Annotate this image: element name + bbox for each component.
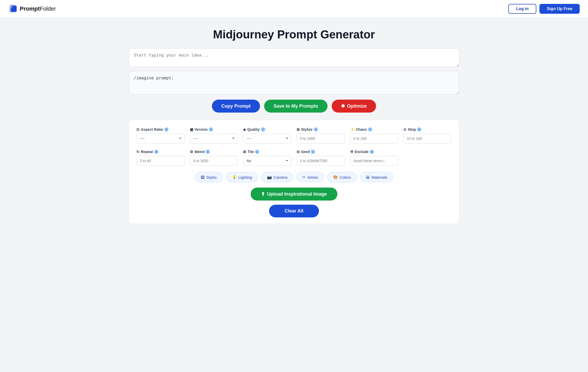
copy-prompt-button[interactable]: Copy Prompt	[212, 100, 260, 113]
styles-icon: 🖼	[201, 175, 205, 180]
version-icon: ▦	[190, 127, 193, 132]
save-prompts-button[interactable]: Save to My Prompts	[264, 100, 328, 113]
exclude-icon: ⚒	[350, 150, 353, 154]
aspect-ratio-select[interactable]: ---- 1:1 16:9 4:3 3:2 2:3 9:16	[136, 134, 185, 143]
repeat-info[interactable]: i	[154, 150, 158, 154]
artists-icon: ✂	[302, 175, 306, 180]
action-buttons: Copy Prompt Save to My Prompts ✱ Optimiz…	[129, 100, 459, 113]
optimize-label: Optimize	[347, 104, 367, 109]
clear-all-button[interactable]: Clear All	[269, 205, 319, 217]
logo-icon	[8, 4, 18, 13]
stylize-label: ⊞ Stylize i	[297, 127, 345, 132]
colors-button[interactable]: 🎨 Colors	[327, 172, 357, 182]
lighting-button[interactable]: 💡 Lighting	[226, 172, 258, 182]
styles-button[interactable]: 🖼 Styles	[195, 172, 223, 182]
header-actions: Log in Sign Up Free	[508, 4, 580, 14]
version-label: ▦ Version i	[190, 127, 238, 132]
seed-label: ⊟ Seed i	[297, 150, 345, 154]
aspect-ratio-info[interactable]: i	[164, 127, 169, 132]
page-title: Midjourney Prompt Generator	[129, 28, 459, 41]
login-button[interactable]: Log in	[508, 4, 536, 14]
aspect-ratio-icon: ⊡	[136, 127, 139, 132]
tile-group: ⊞ Tile i No Yes	[243, 150, 291, 166]
logo-text: PromptFolder	[20, 5, 56, 12]
aspect-ratio-group: ⊡ Aspect Ratio i ---- 1:1 16:9 4:3 3:2 2…	[136, 127, 185, 143]
controls-row-1: ⊡ Aspect Ratio i ---- 1:1 16:9 4:3 3:2 2…	[136, 127, 452, 143]
weird-input[interactable]	[190, 156, 238, 166]
stylize-input[interactable]	[297, 134, 345, 143]
lighting-label: Lighting	[238, 175, 252, 180]
materials-button[interactable]: 🏛 Materials	[360, 172, 393, 182]
chaos-input[interactable]	[350, 134, 398, 143]
stop-group: ⊙ Stop i	[403, 127, 452, 143]
chaos-info[interactable]: i	[368, 127, 372, 132]
main-content: Midjourney Prompt Generator /imagine pro…	[123, 18, 465, 245]
upload-icon: ⬆	[261, 191, 265, 197]
exclude-group: ⚒ Exclude i	[350, 150, 398, 166]
quality-icon: ◈	[243, 127, 246, 132]
version-group: ▦ Version i ---- v1 v2 v3 v4 v5 v5.1 v5.…	[190, 127, 238, 143]
artists-label: Artists	[307, 175, 318, 180]
repeat-group: ↻ Repeat i	[136, 150, 185, 166]
stop-label: ⊙ Stop i	[403, 127, 452, 132]
styles-label: Styles	[206, 175, 217, 180]
stylize-icon: ⊞	[297, 127, 300, 132]
aspect-ratio-label: ⊡ Aspect Ratio i	[136, 127, 185, 132]
repeat-icon: ↻	[136, 150, 139, 154]
clear-section: Clear All	[136, 205, 452, 217]
quality-group: ◈ Quality i ---- 0.25 0.5 1 2	[243, 127, 291, 143]
weird-label: ⚙ Weird i	[190, 150, 238, 154]
quality-label: ◈ Quality i	[243, 127, 291, 132]
lighting-icon: 💡	[232, 175, 237, 180]
weird-info[interactable]: i	[206, 150, 210, 154]
category-buttons: 🖼 Styles 💡 Lighting 📷 Camera ✂ Artists 🎨…	[136, 172, 452, 182]
header: PromptFolder Log in Sign Up Free	[0, 0, 588, 18]
tile-icon: ⊞	[243, 150, 246, 154]
upload-label: Upload Inspirational Image	[267, 191, 327, 197]
camera-button[interactable]: 📷 Camera	[261, 172, 293, 182]
tile-select[interactable]: No Yes	[243, 156, 291, 166]
upload-button[interactable]: ⬆ Upload Inspirational Image	[251, 188, 337, 201]
stop-info[interactable]: i	[417, 127, 421, 132]
seed-icon: ⊟	[297, 150, 300, 154]
materials-label: Materials	[371, 175, 387, 180]
tile-label: ⊞ Tile i	[243, 150, 291, 154]
optimize-button[interactable]: ✱ Optimize	[332, 100, 376, 113]
exclude-input[interactable]	[350, 156, 398, 166]
main-idea-input[interactable]	[129, 48, 459, 67]
tile-info[interactable]: i	[255, 150, 259, 154]
stop-input[interactable]	[403, 134, 452, 143]
seed-input[interactable]	[297, 156, 345, 166]
logo[interactable]: PromptFolder	[8, 4, 56, 13]
controls-panel: ⊡ Aspect Ratio i ---- 1:1 16:9 4:3 3:2 2…	[129, 120, 459, 224]
colors-label: Colors	[340, 175, 351, 180]
weird-icon: ⚙	[190, 150, 193, 154]
quality-info[interactable]: i	[261, 127, 265, 132]
stylize-group: ⊞ Stylize i	[297, 127, 345, 143]
seed-info[interactable]: i	[311, 150, 315, 154]
exclude-label: ⚒ Exclude i	[350, 150, 398, 154]
weird-group: ⚙ Weird i	[190, 150, 238, 166]
colors-icon: 🎨	[333, 175, 338, 180]
chaos-icon: ⚡	[350, 127, 355, 132]
chaos-group: ⚡ Chaos i	[350, 127, 398, 143]
materials-icon: 🏛	[366, 175, 370, 180]
version-select[interactable]: ---- v1 v2 v3 v4 v5 v5.1 v5.2 v6	[190, 134, 238, 143]
stylize-info[interactable]: i	[314, 127, 318, 132]
upload-section: ⬆ Upload Inspirational Image	[136, 188, 452, 201]
output-prompt-area[interactable]: /imagine prompt:	[129, 71, 459, 94]
optimize-icon: ✱	[341, 103, 345, 109]
version-info[interactable]: i	[209, 127, 213, 132]
controls-row-2: ↻ Repeat i ⚙ Weird i ⊞ Tile i	[136, 150, 452, 166]
stop-icon: ⊙	[403, 127, 406, 132]
signup-button[interactable]: Sign Up Free	[539, 4, 580, 14]
seed-group: ⊟ Seed i	[297, 150, 345, 166]
quality-select[interactable]: ---- 0.25 0.5 1 2	[243, 134, 291, 143]
repeat-label: ↻ Repeat i	[136, 150, 185, 154]
camera-icon: 📷	[267, 175, 272, 180]
chaos-label: ⚡ Chaos i	[350, 127, 398, 132]
repeat-input[interactable]	[136, 156, 185, 166]
exclude-info[interactable]: i	[370, 150, 374, 154]
artists-button[interactable]: ✂ Artists	[296, 172, 324, 182]
camera-label: Camera	[273, 175, 287, 180]
